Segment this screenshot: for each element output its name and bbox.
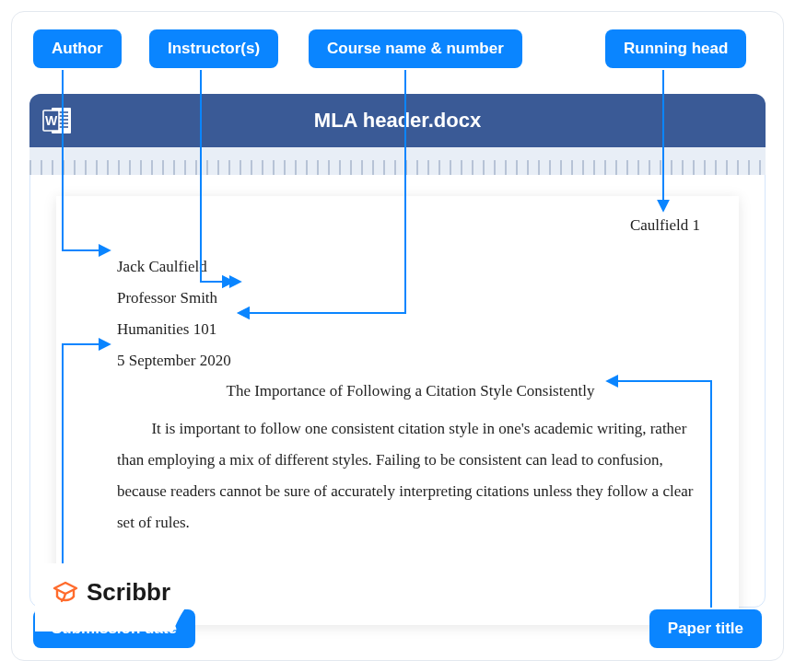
paper-title-text: The Importance of Following a Citation S… (117, 382, 704, 400)
running-head-text: Caulfield 1 (117, 216, 704, 235)
author-line: Jack Caulfield (117, 251, 704, 283)
titlebar: W MLA header.docx (29, 94, 766, 147)
badge-paper-title: Paper title (649, 609, 762, 648)
scribbr-logo-text: Scribbr (87, 578, 170, 607)
date-line: 5 September 2020 (117, 345, 704, 377)
instructor-line: Professor Smith (117, 283, 704, 314)
badge-author: Author (33, 29, 122, 68)
badge-instructor: Instructor(s) (149, 29, 278, 68)
course-line: Humanities 101 (117, 314, 704, 345)
scribbr-cap-icon (52, 579, 79, 607)
body-paragraph: It is important to follow one consistent… (117, 413, 704, 539)
badge-running-head: Running head (605, 29, 746, 68)
document-page: Caulfield 1 Jack Caulfield Professor Smi… (56, 196, 739, 625)
ruler (29, 147, 766, 175)
badge-course: Course name & number (309, 29, 522, 68)
scribbr-logo: Scribbr (35, 563, 228, 631)
document-window: W MLA header.docx Caulfield 1 Jack Caulf… (29, 94, 766, 608)
document-filename: MLA header.docx (29, 109, 766, 133)
mla-header-block: Jack Caulfield Professor Smith Humanitie… (117, 251, 704, 377)
